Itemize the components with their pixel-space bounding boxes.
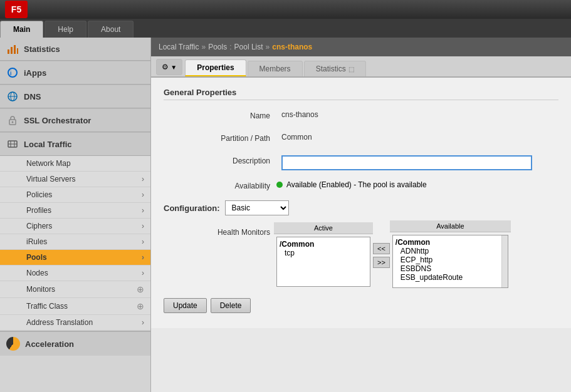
available-monitor-esbdns: ESBDNS (396, 264, 505, 273)
available-monitor-esb-update: ESB_updateRoute (396, 273, 505, 282)
chevron-right-icon: › (142, 222, 144, 230)
availability-value: Available (Enabled) - The pool is availa… (276, 178, 427, 192)
chevron-right-icon: › (142, 206, 144, 215)
sidebar-item-traffic-class[interactable]: Traffic Class ⊕ (0, 298, 150, 315)
configuration-row: Configuration: Basic Advanced (164, 200, 558, 215)
active-monitors-box[interactable]: /Common tcp (276, 237, 370, 287)
transfer-left-button[interactable]: << (373, 243, 390, 254)
available-monitors-header: Available (390, 220, 511, 232)
local-traffic-icon (6, 138, 19, 150)
sidebar-section-acceleration[interactable]: Acceleration (0, 331, 150, 356)
breadcrumb-separator-3: » (266, 43, 270, 51)
expand-icon: ⬚ (348, 66, 354, 73)
breadcrumb: Local Traffic » Pools : Pool List » cns-… (151, 38, 571, 56)
transfer-right-button[interactable]: >> (373, 257, 390, 268)
available-monitors-box[interactable]: /Common ADNhttp ECP_http ESBDNS ESB_upda… (392, 235, 508, 288)
svg-text:i: i (10, 70, 12, 76)
description-input[interactable] (281, 155, 532, 170)
sidebar-label-acceleration: Acceleration (25, 339, 74, 349)
delete-button[interactable]: Delete (211, 298, 251, 313)
dns-icon (6, 90, 19, 103)
field-description-row: Description (164, 153, 558, 173)
svg-rect-3 (17, 48, 18, 54)
form-area: General Properties Name cns-thanos Parti… (151, 78, 571, 328)
breadcrumb-current: cns-thanos (272, 43, 312, 51)
top-bar: F5 (0, 0, 571, 19)
chevron-right-icon: › (142, 175, 144, 183)
chevron-right-icon: › (142, 190, 144, 199)
breadcrumb-separator-2: : (229, 43, 231, 51)
available-monitor-common: /Common (396, 238, 505, 247)
field-description-label: Description (164, 153, 276, 165)
tab-statistics[interactable]: Statistics ⬚ (304, 61, 366, 76)
active-monitor-common: /Common (280, 240, 367, 249)
sidebar-header-dns[interactable]: DNS (0, 85, 150, 108)
plus-icon: ⊕ (137, 284, 144, 294)
sidebar-item-irules[interactable]: iRules › (0, 234, 150, 250)
sidebar-header-local-traffic[interactable]: Local Traffic (0, 133, 150, 156)
health-monitors-label: Health Monitors (164, 223, 276, 237)
availability-indicator (276, 182, 283, 188)
nav-tabs: Main Help About (0, 19, 571, 38)
chevron-right-icon: › (142, 253, 144, 262)
sidebar-item-address-translation[interactable]: Address Translation › (0, 315, 150, 331)
chevron-right-icon: › (142, 269, 144, 277)
sidebar-section-iapps: i iApps (0, 61, 150, 85)
chevron-right-icon: › (142, 237, 144, 246)
sidebar-label-ssl: SSL Orchestrator (24, 116, 91, 125)
active-monitor-tcp: tcp (280, 249, 367, 257)
breadcrumb-pool-list: Pool List (234, 43, 263, 51)
breadcrumb-separator-1: » (201, 43, 206, 51)
gear-icon: ⚙ (162, 63, 169, 71)
sidebar-item-network-map[interactable]: Network Map (0, 156, 150, 172)
active-monitors-container: Active /Common tcp (276, 225, 370, 287)
svg-rect-1 (11, 47, 13, 54)
sidebar-item-policies[interactable]: Policies › (0, 187, 150, 203)
available-monitor-adnhttp: ADNhttp (396, 247, 505, 255)
field-name-row: Name cns-thanos (164, 108, 558, 125)
ssl-icon (6, 114, 19, 126)
breadcrumb-pools: Pools (208, 43, 227, 51)
configuration-select[interactable]: Basic Advanced (225, 200, 289, 215)
sidebar-item-nodes[interactable]: Nodes › (0, 266, 150, 281)
svg-rect-0 (8, 49, 9, 54)
tab-about[interactable]: About (88, 21, 134, 38)
f5-logo: F5 (5, 1, 28, 18)
available-monitors-container: Available /Common ADNhttp ECP_http ESBDN… (392, 223, 508, 288)
sidebar-label-local-traffic: Local Traffic (24, 140, 72, 149)
field-partition-row: Partition / Path Common (164, 130, 558, 148)
transfer-buttons: << >> (373, 243, 390, 268)
field-availability-label: Availability (164, 178, 276, 190)
field-availability-row: Availability Available (Enabled) - The p… (164, 178, 558, 195)
sidebar-section-statistics: Statistics (0, 38, 150, 61)
main-layout: Statistics i iApps DNS (0, 38, 571, 392)
tab-main[interactable]: Main (0, 21, 43, 38)
active-monitors-header: Active (274, 222, 373, 234)
sidebar-item-monitors[interactable]: Monitors ⊕ (0, 281, 150, 298)
sidebar-label-iapps: iApps (24, 68, 46, 78)
sidebar-item-virtual-servers[interactable]: Virtual Servers › (0, 172, 150, 187)
field-name-label: Name (164, 108, 276, 120)
content-area: Local Traffic » Pools : Pool List » cns-… (151, 38, 571, 392)
health-monitors-row: Health Monitors Active /Common tcp << >> (164, 223, 558, 288)
svg-rect-2 (14, 45, 16, 54)
sidebar-item-pools[interactable]: Pools › (0, 250, 150, 266)
tab-help[interactable]: Help (45, 21, 86, 38)
health-monitors-content: Active /Common tcp << >> Available (276, 223, 508, 288)
tab-members[interactable]: Members (248, 61, 303, 76)
tab-properties[interactable]: Properties (185, 59, 246, 76)
update-button[interactable]: Update (164, 298, 207, 313)
sidebar-label-statistics: Statistics (24, 44, 60, 54)
sidebar-item-profiles[interactable]: Profiles › (0, 203, 150, 219)
available-monitor-ecp-http: ECP_http (396, 255, 505, 264)
scrollbar[interactable] (501, 235, 508, 287)
sidebar-header-iapps[interactable]: i iApps (0, 61, 150, 85)
sidebar-section-dns: DNS (0, 85, 150, 109)
breadcrumb-local-traffic: Local Traffic (159, 43, 199, 51)
field-partition-value: Common (276, 130, 558, 144)
sidebar-header-statistics[interactable]: Statistics (0, 38, 150, 61)
chart-icon (6, 43, 19, 55)
sidebar-item-ciphers[interactable]: Ciphers › (0, 219, 150, 234)
settings-gear-button[interactable]: ⚙ ▼ (156, 59, 182, 75)
sidebar-header-ssl[interactable]: SSL Orchestrator (0, 109, 150, 132)
